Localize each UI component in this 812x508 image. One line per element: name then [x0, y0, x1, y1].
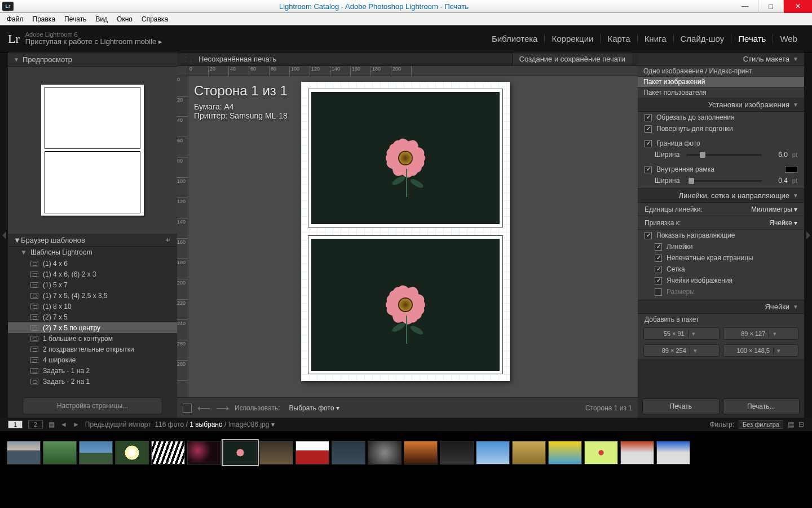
filmstrip-thumb[interactable]: [620, 441, 654, 465]
filmstrip-thumb[interactable]: [512, 441, 546, 465]
get-started-link[interactable]: Приступая к работе с Lightroom mobile ▸: [25, 38, 162, 46]
back-icon[interactable]: ◄: [60, 421, 67, 428]
close-button[interactable]: ✕: [784, 0, 812, 13]
filmstrip-thumb[interactable]: [79, 441, 113, 465]
crop-to-fill-checkbox[interactable]: [645, 114, 652, 121]
filmstrip-thumb[interactable]: [548, 441, 582, 465]
menu-file[interactable]: Файл: [3, 14, 27, 24]
prev-page-icon[interactable]: ⟵: [197, 402, 210, 413]
border-width-slider[interactable]: [686, 154, 761, 156]
filmstrip-thumb[interactable]: [43, 441, 77, 465]
layout-opt-custom[interactable]: Пакет пользователя: [638, 87, 804, 98]
filmstrip-thumb[interactable]: [115, 441, 149, 465]
filmstrip[interactable]: [0, 431, 812, 474]
inner-width-slider[interactable]: [686, 180, 761, 182]
template-item[interactable]: (1) 5 x 7: [8, 279, 177, 290]
template-item[interactable]: (2) 7 x 5 по центру: [8, 322, 177, 333]
inner-frame-color-swatch[interactable]: [785, 166, 797, 173]
image-settings-header[interactable]: Установки изображения▼: [638, 98, 804, 112]
menu-edit[interactable]: Правка: [29, 14, 59, 24]
template-browser-header[interactable]: ▼ Браузер шаблонов ＋: [8, 233, 177, 247]
layout-style-header[interactable]: Стиль макета▼: [638, 52, 804, 66]
filmstrip-thumb[interactable]: [187, 441, 221, 465]
menu-view[interactable]: Вид: [92, 14, 111, 24]
template-item[interactable]: (1) 8 x 10: [8, 301, 177, 312]
image-cell[interactable]: [308, 89, 503, 227]
breadcrumb[interactable]: Предыдущий импорт 116 фото / 1 выбрано /…: [85, 421, 275, 428]
module-map[interactable]: Карта: [601, 34, 637, 43]
filmstrip-thumb[interactable]: [295, 441, 329, 465]
module-book[interactable]: Книга: [638, 34, 674, 43]
template-item[interactable]: 2 поздравительные открытки: [8, 344, 177, 354]
show-guides-checkbox[interactable]: [645, 232, 652, 239]
menu-print[interactable]: Печать: [61, 14, 90, 24]
left-panel-toggle[interactable]: [0, 52, 8, 418]
primary-display-button[interactable]: 1: [8, 421, 23, 428]
add-template-icon[interactable]: ＋: [164, 235, 171, 245]
template-item[interactable]: 1 большие с контуром: [8, 333, 177, 344]
preview-panel-header[interactable]: ▼ Предпросмотр: [8, 52, 177, 67]
module-print[interactable]: Печать: [731, 34, 773, 43]
grid-icon[interactable]: ▦: [48, 421, 55, 428]
snap-dropdown[interactable]: Ячейке ▾: [769, 219, 797, 227]
size-button[interactable]: 55 × 91▾: [643, 327, 720, 340]
template-item[interactable]: (1) 4 x 6: [8, 258, 177, 269]
page-setup-button[interactable]: Настройка страницы...: [23, 397, 162, 414]
guide-dims-checkbox[interactable]: [655, 288, 662, 296]
template-item[interactable]: Задать - 1 на 2: [8, 365, 177, 376]
print-stage[interactable]: [188, 76, 638, 397]
layout-opt-package[interactable]: Пакет изображений: [638, 77, 804, 87]
layout-opt-single[interactable]: Одно изображение / Индекс-принт: [638, 66, 804, 77]
filter-dropdown[interactable]: Без фильтра: [739, 420, 783, 429]
image-cell[interactable]: [308, 235, 503, 374]
rotate-to-fit-checkbox[interactable]: [645, 125, 652, 133]
create-save-print-button[interactable]: Создание и сохранёние печати: [512, 52, 632, 65]
template-item[interactable]: (2) 7 x 5: [8, 312, 177, 322]
size-button[interactable]: 89 × 127▾: [723, 327, 799, 340]
guide-cells-checkbox[interactable]: [655, 277, 662, 284]
paper-sheet[interactable]: [301, 82, 510, 381]
module-slideshow[interactable]: Слайд-шоу: [674, 34, 732, 43]
menu-help[interactable]: Справка: [138, 14, 171, 24]
filmstrip-thumb[interactable]: [259, 441, 293, 465]
guide-grid-checkbox[interactable]: [655, 266, 662, 273]
filmstrip-thumb[interactable]: [584, 441, 618, 465]
cells-header[interactable]: Ячейки▼: [638, 300, 804, 314]
filmstrip-thumb[interactable]: [7, 441, 41, 465]
filmstrip-thumb[interactable]: [404, 441, 438, 465]
template-item[interactable]: (1) 4 x 6, (6) 2 x 3: [8, 269, 177, 279]
minimize-button[interactable]: —: [732, 0, 758, 13]
template-item[interactable]: (1) 7 x 5, (4) 2,5 x 3,5: [8, 290, 177, 301]
module-web[interactable]: Web: [773, 34, 804, 43]
filmstrip-thumb[interactable]: [476, 441, 510, 465]
select-all-checkbox[interactable]: [183, 404, 192, 413]
module-develop[interactable]: Коррекции: [545, 34, 601, 43]
forward-icon[interactable]: ►: [73, 421, 80, 428]
filmstrip-thumb[interactable]: [368, 441, 401, 465]
right-panel-toggle[interactable]: [804, 52, 812, 418]
filter-switch-icon[interactable]: ⊟: [798, 421, 804, 428]
guide-rulers-checkbox[interactable]: [655, 243, 662, 251]
secondary-display-button[interactable]: 2: [28, 421, 43, 428]
photo-border-checkbox[interactable]: [645, 140, 652, 147]
filmstrip-thumb[interactable]: [656, 441, 690, 465]
print-button[interactable]: Печать: [642, 398, 720, 414]
ruler-units-dropdown[interactable]: Миллиметры ▾: [751, 205, 797, 213]
size-button[interactable]: 89 × 254▾: [643, 344, 720, 357]
print-dialog-button[interactable]: Печать...: [723, 398, 800, 414]
inner-frame-checkbox[interactable]: [645, 166, 652, 173]
module-library[interactable]: Библиотека: [485, 34, 545, 43]
next-page-icon[interactable]: ⟶: [216, 402, 229, 413]
menu-window[interactable]: Окно: [113, 14, 136, 24]
filmstrip-thumb[interactable]: [440, 441, 474, 465]
maximize-button[interactable]: ◻: [758, 0, 784, 13]
filmstrip-thumb[interactable]: [223, 441, 257, 465]
template-group[interactable]: ▼ Шаблоны Lightroom: [8, 247, 177, 258]
guide-bleed-checkbox[interactable]: [655, 255, 662, 262]
use-photo-dropdown[interactable]: Выбрать фото ▾: [286, 403, 343, 413]
template-item[interactable]: Задать - 2 на 1: [8, 376, 177, 387]
filmstrip-thumb[interactable]: [332, 441, 365, 465]
template-item[interactable]: 4 широкие: [8, 354, 177, 365]
filter-lock-icon[interactable]: ▤: [788, 421, 794, 428]
size-button[interactable]: 100 × 148,5▾: [723, 344, 799, 357]
